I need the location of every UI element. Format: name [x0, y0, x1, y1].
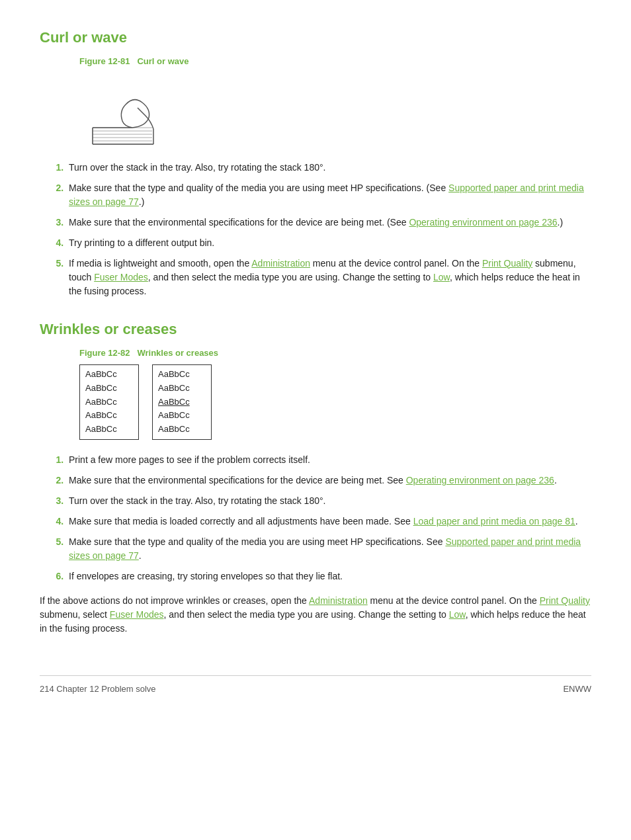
wrinkles-para-link-administration[interactable]: Administration [309, 595, 368, 606]
curl-step-4: Try printing to a different output bin. [66, 236, 591, 250]
wrinkles-para-link-fusermodes[interactable]: Fuser Modes [110, 609, 164, 620]
curl-figure-container [79, 75, 591, 147]
curl-step-5-text-1: If media is lightweight and smooth, open… [69, 258, 251, 269]
figure-12-82-label: Figure 12-82 Wrinkles or creases [79, 347, 591, 360]
wrinkles-para-text-4: , and then select the media type you are… [164, 609, 449, 620]
page-footer: 214 Chapter 12 Problem solve ENWW [40, 675, 591, 696]
curl-step-5-text-4: , and then select the media type you are… [148, 272, 433, 282]
curl-step-5-link-low[interactable]: Low [433, 272, 450, 282]
curl-step-2-text-before: Make sure that the type and quality of t… [69, 183, 448, 193]
wrinkle-row-4: AaBbCc [85, 409, 133, 423]
wrinkles-step-4-before: Make sure that media is loaded correctly… [69, 516, 413, 526]
curl-or-wave-title: Curl or wave [40, 26, 591, 48]
wrinkles-step-2-before: Make sure that the environmental specifi… [69, 475, 406, 485]
wrinkles-para-before: If the above actions do not improve wrin… [40, 595, 309, 606]
figure-12-81-label: Figure 12-81 Curl or wave [79, 55, 591, 68]
wrinkles-step-5-before: Make sure that the type and quality of t… [69, 536, 445, 547]
footer-left: 214 Chapter 12 Problem solve [40, 683, 156, 696]
curl-or-wave-section: Curl or wave Figure 12-81 Curl or wave [40, 26, 591, 298]
curl-steps-list: Turn over the stack in the tray. Also, t… [66, 161, 591, 298]
curl-step-5-link-printquality[interactable]: Print Quality [482, 258, 532, 269]
wrinkles-step-2: Make sure that the environmental specifi… [66, 474, 591, 487]
curl-step-5-link-fusermodes[interactable]: Fuser Modes [94, 272, 148, 282]
wrinkles-step-1-text: Print a few more pages to see if the pro… [69, 454, 310, 465]
figure-label-caption: Curl or wave [137, 56, 189, 66]
wrinkle-box-right: AaBbCc AaBbCc AaBbCc AaBbCc AaBbCc [152, 364, 212, 440]
curl-step-3-text-before: Make sure that the environmental specifi… [69, 217, 409, 228]
curl-step-1: Turn over the stack in the tray. Also, t… [66, 161, 591, 175]
footer-right: ENWW [563, 683, 591, 696]
wrinkle-right-row-5: AaBbCc [158, 423, 206, 437]
wrinkles-step-4: Make sure that media is loaded correctly… [66, 515, 591, 528]
wrinkles-step-4-after: . [575, 516, 578, 526]
wrinkles-step-2-link[interactable]: Operating environment on page 236 [406, 475, 554, 485]
wrinkles-step-2-after: . [554, 475, 557, 485]
wrinkles-para-text-2: menu at the device control panel. On the [368, 595, 540, 606]
curl-step-3-text-after: .) [558, 217, 564, 228]
figure-label-number: Figure 12-81 [79, 56, 130, 66]
wrinkles-figure-container: AaBbCc AaBbCc AaBbCc AaBbCc AaBbCc AaBbC… [79, 364, 591, 440]
curl-step-5-text-2: menu at the device control panel. On the [310, 258, 482, 269]
curl-step-1-text: Turn over the stack in the tray. Also, t… [69, 162, 325, 173]
figure-12-82-caption: Wrinkles or creases [137, 348, 218, 358]
curl-step-3: Make sure that the environmental specifi… [66, 216, 591, 230]
wrinkles-step-4-link[interactable]: Load paper and print media on page 81 [413, 516, 575, 526]
wrinkles-para-text-3: submenu, select [40, 609, 110, 620]
curl-step-5-link-administration[interactable]: Administration [251, 258, 310, 269]
wrinkles-step-6-text: If envelopes are creasing, try storing e… [69, 571, 343, 581]
wrinkles-or-creases-section: Wrinkles or creases Figure 12-82 Wrinkle… [40, 318, 591, 636]
curl-step-4-text: Try printing to a different output bin. [69, 237, 214, 248]
wrinkles-step-5-after: . [139, 550, 142, 561]
wrinkle-box-left: AaBbCc AaBbCc AaBbCc AaBbCc AaBbCc [79, 364, 139, 440]
figure-12-82-number: Figure 12-82 [79, 348, 130, 358]
wrinkles-or-creases-title: Wrinkles or creases [40, 318, 591, 340]
curl-step-5: If media is lightweight and smooth, open… [66, 257, 591, 298]
wrinkle-right-row-3: AaBbCc [158, 396, 206, 409]
wrinkles-steps-list: Print a few more pages to see if the pro… [66, 453, 591, 583]
wrinkle-row-2: AaBbCc [85, 382, 133, 396]
wrinkle-right-row-2: AaBbCc [158, 382, 206, 396]
wrinkles-illustration: AaBbCc AaBbCc AaBbCc AaBbCc AaBbCc AaBbC… [79, 364, 591, 440]
curl-step-2-text-after: .) [139, 196, 145, 207]
curl-illustration-svg [79, 75, 165, 154]
curl-step-2: Make sure that the type and quality of t… [66, 181, 591, 209]
wrinkles-para-link-low[interactable]: Low [449, 609, 466, 620]
wrinkles-closing-paragraph: If the above actions do not improve wrin… [40, 594, 591, 636]
wrinkles-para-link-printquality[interactable]: Print Quality [540, 595, 590, 606]
wrinkles-step-3-text: Turn over the stack in the tray. Also, t… [69, 495, 325, 506]
wrinkles-step-3: Turn over the stack in the tray. Also, t… [66, 494, 591, 508]
curl-step-3-link[interactable]: Operating environment on page 236 [409, 217, 557, 228]
wrinkle-row-1: AaBbCc [85, 368, 133, 382]
curl-illustration [79, 75, 159, 147]
wrinkle-row-5: AaBbCc [85, 423, 133, 437]
wrinkle-right-row-1: AaBbCc [158, 368, 206, 382]
wrinkle-right-row-4: AaBbCc [158, 409, 206, 423]
wrinkles-step-1: Print a few more pages to see if the pro… [66, 453, 591, 467]
wrinkle-row-3: AaBbCc [85, 396, 133, 409]
wrinkles-step-6: If envelopes are creasing, try storing e… [66, 569, 591, 583]
wrinkles-step-5: Make sure that the type and quality of t… [66, 535, 591, 563]
